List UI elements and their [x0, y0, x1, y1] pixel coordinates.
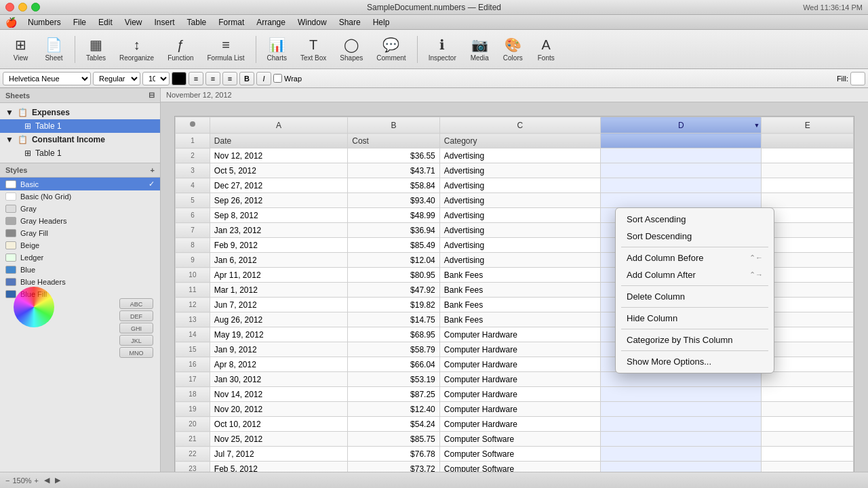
cost-cell[interactable]: $54.24 [348, 417, 440, 432]
style-gray-fill[interactable]: Gray Fill [0, 227, 160, 239]
category-cell[interactable]: Computer Software [439, 462, 600, 472]
cost-cell[interactable]: $80.95 [348, 268, 440, 283]
date-cell[interactable]: Nov 20, 2012 [210, 402, 347, 417]
font-size-select[interactable]: 10 [142, 72, 170, 85]
date-cell[interactable]: Nov 12, 2012 [210, 148, 347, 163]
text-color-box[interactable] [172, 72, 186, 85]
maximize-button[interactable] [31, 3, 40, 12]
align-left-btn[interactable]: ≡ [189, 72, 203, 85]
minimize-button[interactable] [18, 3, 27, 12]
menu-file[interactable]: File [68, 16, 92, 28]
category-cell[interactable]: Bank Fees [439, 283, 600, 298]
col-d-dropdown-arrow[interactable]: ▼ [753, 122, 760, 129]
ctx-hide-col[interactable]: Hide Column [616, 310, 774, 327]
align-center-btn[interactable]: ≡ [205, 72, 220, 85]
date-cell[interactable]: Jan 6, 2012 [210, 253, 347, 268]
sidebar-item-consultant-income[interactable]: ▼ 📋 Consultant Income [0, 133, 160, 146]
mini-btn-2[interactable]: DEF [119, 310, 153, 321]
table-row[interactable]: 2 Nov 12, 2012 $36.55 Advertising [176, 148, 854, 163]
toolbar-media[interactable]: 📷 Media [465, 34, 495, 64]
col-e-cell[interactable] [762, 238, 854, 253]
menu-numbers[interactable]: Numbers [22, 16, 66, 28]
table-row[interactable]: 22 Jul 7, 2012 $76.78 Computer Software [176, 447, 854, 462]
table-row[interactable]: 18 Nov 14, 2012 $87.25 Computer Hardware [176, 387, 854, 402]
col-d-cell[interactable] [601, 462, 762, 472]
col-e-cell[interactable] [762, 432, 854, 447]
menu-format[interactable]: Format [213, 16, 250, 28]
table-row[interactable]: 3 Oct 5, 2012 $43.71 Advertising [176, 163, 854, 178]
spreadsheet-wrapper[interactable]: A B C D ▼ E 1 Date Cost [161, 102, 868, 472]
ctx-categorize[interactable]: Categorize by This Column [616, 331, 774, 348]
col-d-cell[interactable] [601, 148, 762, 163]
cost-cell[interactable]: $58.84 [348, 178, 440, 193]
mini-btn-5[interactable]: MNO [119, 347, 153, 358]
date-cell[interactable]: Feb 5, 2012 [210, 462, 347, 472]
style-ledger[interactable]: Ledger [0, 251, 160, 264]
menu-arrange[interactable]: Arrange [251, 16, 291, 28]
cost-cell[interactable]: $48.99 [348, 208, 440, 223]
cost-cell[interactable]: $87.25 [348, 387, 440, 402]
table-row[interactable]: 21 Nov 25, 2012 $85.75 Computer Software [176, 432, 854, 447]
date-cell[interactable]: Apr 11, 2012 [210, 268, 347, 283]
category-cell[interactable]: Advertising [439, 163, 600, 178]
col-header-a[interactable]: A [210, 117, 347, 134]
ctx-show-more[interactable]: Show More Options... [616, 353, 774, 370]
col-header-d[interactable]: D ▼ [601, 117, 762, 134]
zoom-in-icon[interactable]: + [35, 476, 39, 485]
cost-cell[interactable]: $47.92 [348, 283, 440, 298]
col-e-cell[interactable] [762, 417, 854, 432]
menu-window[interactable]: Window [292, 16, 332, 28]
category-cell[interactable]: Computer Hardware [439, 372, 600, 387]
menu-edit[interactable]: Edit [93, 16, 118, 28]
menu-help[interactable]: Help [368, 16, 395, 28]
font-family-select[interactable]: Helvetica Neue [3, 72, 91, 85]
ctx-delete-col[interactable]: Delete Column [616, 288, 774, 305]
date-cell[interactable]: Oct 10, 2012 [210, 417, 347, 432]
col-e-cell[interactable] [762, 253, 854, 268]
col-e-cell[interactable] [762, 163, 854, 178]
table-row[interactable]: 4 Dec 27, 2012 $58.84 Advertising [176, 178, 854, 193]
mini-btn-1[interactable]: ABC [119, 298, 153, 309]
col-e-cell[interactable] [762, 342, 854, 357]
cost-cell[interactable]: $58.79 [348, 342, 440, 357]
style-gray[interactable]: Gray [0, 203, 160, 215]
menu-table[interactable]: Table [182, 16, 212, 28]
toolbar-function[interactable]: ƒ Function [162, 35, 199, 64]
cost-cell[interactable]: $19.82 [348, 298, 440, 312]
ctx-sort-desc[interactable]: Sort Descending [616, 228, 774, 245]
category-cell[interactable]: Bank Fees [439, 268, 600, 283]
ctx-add-col-after[interactable]: Add Column After ⌃→ [616, 266, 774, 283]
toolbar-text-box[interactable]: T Text Box [295, 35, 332, 64]
date-cell[interactable]: May 19, 2012 [210, 327, 347, 342]
col-e-cell[interactable] [762, 283, 854, 298]
date-cell[interactable]: Mar 1, 2012 [210, 283, 347, 298]
col-e-cell[interactable] [762, 148, 854, 163]
col-d-cell[interactable] [601, 372, 762, 387]
toolbar-sheet[interactable]: 📄 Sheet [39, 34, 69, 64]
font-style-select[interactable]: Regular [93, 72, 140, 85]
col-e-cell[interactable] [762, 208, 854, 223]
table-row[interactable]: 17 Jan 30, 2012 $53.19 Computer Hardware [176, 372, 854, 387]
menu-insert[interactable]: Insert [149, 16, 180, 28]
toolbar-colors[interactable]: 🎨 Colors [498, 34, 528, 64]
category-cell[interactable]: Computer Hardware [439, 387, 600, 402]
col-e-cell[interactable] [762, 372, 854, 387]
toolbar-fonts[interactable]: A Fonts [531, 35, 561, 64]
col-e-cell[interactable] [762, 402, 854, 417]
col-d-cell[interactable] [601, 447, 762, 462]
category-cell[interactable]: Computer Hardware [439, 417, 600, 432]
toolbar-reorganize[interactable]: ↕ Reorganize [114, 35, 159, 64]
table-row[interactable]: 5 Sep 26, 2012 $93.40 Advertising [176, 193, 854, 208]
col-header-c[interactable]: C [439, 117, 600, 134]
sidebar-resize-icon[interactable]: ⊟ [149, 91, 155, 100]
category-cell[interactable]: Computer Hardware [439, 327, 600, 342]
date-cell[interactable]: Aug 26, 2012 [210, 312, 347, 327]
date-cell[interactable]: Jan 30, 2012 [210, 372, 347, 387]
sidebar-item-consultant-table1[interactable]: ⊞ Table 1 [0, 146, 160, 160]
date-cell[interactable]: Dec 27, 2012 [210, 178, 347, 193]
col-d-cell[interactable] [601, 432, 762, 447]
wrap-checkbox[interactable] [273, 74, 282, 83]
style-gray-headers[interactable]: Gray Headers [0, 215, 160, 227]
col-e-cell[interactable] [762, 298, 854, 312]
zoom-control[interactable]: − 150% + [5, 476, 39, 485]
